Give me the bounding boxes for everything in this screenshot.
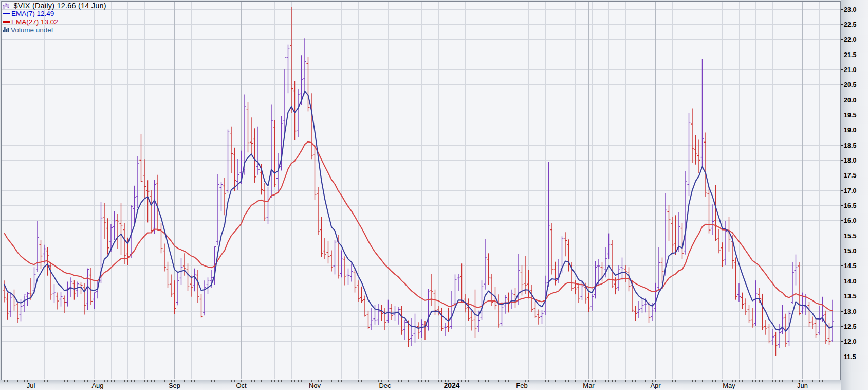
volume-bars-icon bbox=[3, 26, 9, 32]
svg-text:18.0: 18.0 bbox=[844, 157, 856, 164]
chart-legend: $VIX (Daily) 12.66 (14 Jun) EMA(7) 12.49… bbox=[3, 2, 106, 34]
svg-text:14.0: 14.0 bbox=[844, 278, 856, 285]
chart-title: $VIX (Daily) 12.66 (14 Jun) bbox=[13, 2, 106, 10]
svg-text:19.0: 19.0 bbox=[844, 127, 856, 134]
svg-text:22.0: 22.0 bbox=[844, 36, 856, 43]
svg-text:12.5: 12.5 bbox=[844, 323, 856, 330]
svg-text:17.5: 17.5 bbox=[844, 172, 856, 179]
svg-text:19.5: 19.5 bbox=[844, 112, 856, 119]
ema27-legend-row: EMA(27) 13.02 bbox=[3, 18, 106, 26]
volume-legend-row: Volume undef bbox=[3, 26, 106, 34]
svg-text:21.5: 21.5 bbox=[844, 51, 856, 59]
svg-text:Jul: Jul bbox=[27, 382, 35, 389]
svg-text:Feb: Feb bbox=[516, 382, 527, 389]
volume-legend-label: Volume undef bbox=[11, 26, 53, 34]
chart-canvas[interactable]: JulAugSepOctNovDec2024FebMarAprMayJun23.… bbox=[0, 0, 868, 390]
svg-text:18.5: 18.5 bbox=[844, 142, 856, 149]
svg-text:22.5: 22.5 bbox=[844, 21, 856, 28]
svg-text:20.0: 20.0 bbox=[844, 97, 856, 104]
svg-text:Apr: Apr bbox=[650, 382, 661, 389]
svg-text:21.0: 21.0 bbox=[844, 66, 856, 74]
svg-text:13.5: 13.5 bbox=[844, 293, 856, 300]
vix-daily-chart: JulAugSepOctNovDec2024FebMarAprMayJun23.… bbox=[0, 0, 868, 390]
price-bars-icon bbox=[3, 3, 10, 9]
legend-title-row: $VIX (Daily) 12.66 (14 Jun) bbox=[3, 2, 106, 10]
svg-text:23.0: 23.0 bbox=[844, 6, 856, 13]
svg-text:2024: 2024 bbox=[444, 381, 459, 389]
svg-text:11.5: 11.5 bbox=[844, 353, 856, 361]
ema27-line-swatch bbox=[3, 21, 10, 23]
svg-text:15.0: 15.0 bbox=[844, 247, 856, 255]
svg-text:20.5: 20.5 bbox=[844, 81, 856, 88]
svg-text:14.5: 14.5 bbox=[844, 262, 856, 270]
svg-text:16.5: 16.5 bbox=[844, 202, 856, 209]
svg-text:12.0: 12.0 bbox=[844, 338, 856, 345]
svg-text:16.0: 16.0 bbox=[844, 217, 856, 224]
svg-text:Aug: Aug bbox=[91, 382, 103, 389]
svg-text:Jun: Jun bbox=[797, 382, 808, 389]
ema27-legend-label: EMA(27) 13.02 bbox=[11, 18, 58, 26]
svg-text:Sep: Sep bbox=[169, 382, 180, 389]
ema7-legend-label: EMA(7) 12.49 bbox=[11, 10, 54, 17]
svg-text:15.5: 15.5 bbox=[844, 233, 856, 240]
svg-text:Oct: Oct bbox=[236, 382, 247, 389]
svg-text:Mar: Mar bbox=[583, 382, 595, 389]
svg-text:May: May bbox=[723, 382, 735, 389]
svg-text:17.0: 17.0 bbox=[844, 187, 856, 194]
svg-text:Nov: Nov bbox=[309, 382, 321, 389]
svg-text:13.0: 13.0 bbox=[844, 308, 856, 315]
svg-text:Dec: Dec bbox=[379, 382, 391, 389]
ema7-legend-row: EMA(7) 12.49 bbox=[3, 10, 106, 18]
ema7-line-swatch bbox=[3, 13, 10, 14]
